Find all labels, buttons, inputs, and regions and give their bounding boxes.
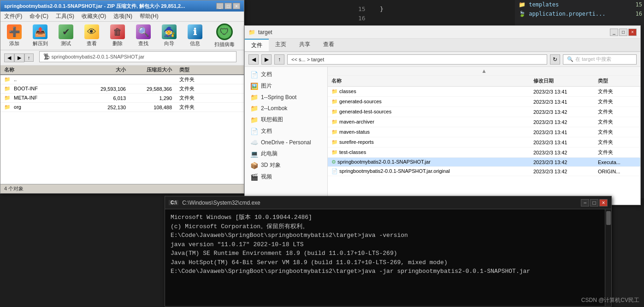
sidebar-item-pictures[interactable]: 🖼️ 图片 [245,80,327,92]
ide-right-line-templates: 📁 templates 15 [515,0,644,9]
winrar-minimize-button[interactable]: _ [216,3,224,9]
ribbon-tabs: 文件 主页 共享 查看 [245,39,640,52]
winrar-wizard-label: 向导 [164,40,174,47]
explorer-forward-button[interactable]: ▶ [261,54,272,65]
sidebar-label-video: 视频 [261,173,272,181]
winrar-extract-label: 解压到 [33,40,48,47]
winrar-extract-button[interactable]: 📤 解压到 [30,24,50,47]
list-item[interactable]: 📁 maven-archiver 2023/2/3 13:42 文件夹 [328,117,640,127]
sidebar-item-springboot[interactable]: 📁 1--Spring Boot [245,92,327,103]
sidebar-item-screenshot[interactable]: 📁 联想截图 [245,114,327,125]
winrar-close-button[interactable]: × [233,3,240,9]
list-item[interactable]: 📁 generated-sources 2023/2/3 13:41 文件夹 [328,97,640,107]
list-item[interactable]: 📁 test-classes 2023/2/3 13:42 文件夹 [328,148,640,158]
winrar-address-bar[interactable]: 🗜 springbootmybatis2-0.0.1-SNAPSHOT.jar [39,51,237,62]
winrar-col-name: 名称 [0,66,83,73]
explorer-window-controls: _ □ × [610,29,637,36]
winrar-menu-file[interactable]: 文件(F) [4,12,22,20]
cmd-scrollbar[interactable] [605,209,611,306]
row-name: 📁 META-INF [0,95,83,101]
search-placeholder: 在 target 中搜索 [575,56,611,63]
tab-share[interactable]: 共享 [293,39,317,51]
list-item[interactable]: 📁 surefire-reports 2023/2/3 13:41 文件夹 [328,137,640,148]
exp-col-name[interactable]: 名称 [328,77,530,84]
file-type: 文件夹 [594,98,640,105]
tab-view[interactable]: 查看 [317,39,341,51]
sidebar-item-lombok[interactable]: 📁 2--Lombok [245,103,327,114]
cmd-minimize-button[interactable]: − [581,199,589,207]
cmd-close-button[interactable]: × [599,199,608,207]
winrar-menu-options[interactable]: 选项(N) [113,12,132,20]
winrar-scan-button[interactable]: 🛡 扫描病毒 [211,24,238,48]
ide-code-line-2: 16 [358,14,510,23]
cmd-scrollbar-thumb[interactable] [606,211,611,225]
winrar-delete-button[interactable]: 🗑 删除 [107,24,128,47]
cmd-body[interactable]: Microsoft Windows [版本 10.0.19044.2486] (… [165,209,611,306]
winrar-up-button[interactable]: ↑ [24,53,34,62]
sort-arrow[interactable]: ▲ [328,67,640,76]
sidebar-item-3d[interactable]: 📦 3D 对象 [245,159,327,171]
screenshot-folder-icon: 📁 [250,116,258,124]
winrar-menu-command[interactable]: 命令(C) [30,12,48,20]
winrar-content: 📁 .. 文件夹 📁 BOOT-INF 29,593,106 29,588,36… [0,75,244,184]
folder-icon: 📁 [331,129,339,135]
winrar-forward-button[interactable]: ▶ [14,53,24,62]
list-item[interactable]: 📄 springbootmybatis2-0.0.1-SNAPSHOT.jar.… [328,167,640,176]
exp-col-date[interactable]: 修改日期 [530,77,594,84]
sidebar-item-thispc[interactable]: 💻 此电脑 [245,148,327,159]
file-name: 📁 maven-status [328,129,530,135]
winrar-menu-tools[interactable]: 工具(S) [56,12,74,20]
file-name: 📄 springbootmybatis2-0.0.1-SNAPSHOT.jar.… [328,168,530,174]
row-name: 📁 .. [0,77,83,83]
winrar-back-button[interactable]: ◀ [4,53,14,62]
winrar-toolbar: ➕ 添加 📤 解压到 ✔ 测试 👁 查看 🗑 删除 🔍 查找 🧙 向导 ℹ [0,22,244,50]
explorer-up-button[interactable]: ↑ [274,54,284,65]
list-item[interactable]: 📁 classes 2023/2/3 13:41 文件夹 [328,87,640,97]
winrar-test-button[interactable]: ✔ 测试 [56,24,76,47]
winrar-maximize-button[interactable]: □ [225,3,232,9]
explorer-maximize-button[interactable]: □ [619,29,627,36]
winrar-info-label: 信息 [190,40,200,47]
file-type: 文件夹 [594,129,640,136]
file-name: 📁 maven-archiver [328,119,530,125]
winrar-add-button[interactable]: ➕ 添加 [4,24,24,47]
winrar-view-button[interactable]: 👁 查看 [82,24,102,47]
folder-icon: 📁 [248,29,255,35]
explorer-back-button[interactable]: ◀ [248,54,259,65]
exp-col-type[interactable]: 类型 [594,77,640,84]
sidebar-label-onedrive: OneDrive - Personal [261,139,311,146]
cmd-maximize-button[interactable]: □ [590,199,598,207]
explorer-title-text: target [258,29,272,35]
winrar-menu-help[interactable]: 帮助(H) [140,12,159,20]
tab-file[interactable]: 文件 [245,39,269,51]
explorer-refresh-button[interactable]: ↻ [550,54,560,65]
explorer-search-bar[interactable]: 🔍 在 target 中搜索 [563,54,637,65]
table-row[interactable]: 📁 .. 文件夹 [0,75,244,84]
winrar-find-button[interactable]: 🔍 查找 [133,24,154,47]
table-row[interactable]: 📁 BOOT-INF 29,593,106 29,588,366 文件夹 [0,84,244,94]
sidebar-item-onedrive[interactable]: ☁️ OneDrive - Personal [245,137,327,148]
sidebar-item-video[interactable]: 🎬 视频 [245,171,327,183]
winrar-info-button[interactable]: ℹ 信息 [185,24,205,47]
explorer-close-button[interactable]: × [628,29,637,36]
table-row[interactable]: 📁 META-INF 6,013 1,290 文件夹 [0,94,244,103]
explorer-minimize-button[interactable]: _ [610,29,618,36]
sidebar-item-docs[interactable]: 📄 文档 [245,69,327,80]
cmd-line-4: E:\Code\Javaweb\SpringBoot\springbootmyb… [171,231,606,240]
file-name: 📁 generated-sources [328,99,530,105]
list-item[interactable]: ⚙ springbootmybatis2-0.0.1-SNAPSHOT.jar … [328,158,640,167]
list-item[interactable]: 📁 maven-status 2023/2/3 13:41 文件夹 [328,127,640,137]
cmd-window-controls: − □ × [581,199,608,207]
table-row[interactable]: 📁 org 252,130 108,488 文件夹 [0,103,244,112]
sidebar-item-docs2[interactable]: 📄 文档 [245,125,327,137]
winrar-wizard-button[interactable]: 🧙 向导 [159,24,179,47]
ide-right-line-appprops: 🍃 application.properti... 16 [515,9,644,18]
list-item[interactable]: 📁 generated-test-sources 2023/2/3 13:42 … [328,107,640,117]
file-date: 2023/2/3 13:41 [530,130,594,135]
refresh-icon[interactable]: ↻ [550,54,560,65]
file-type: 文件夹 [594,108,640,115]
file-date: 2023/2/3 13:42 [530,150,594,155]
explorer-address-bar[interactable]: << s... > target [287,54,547,65]
winrar-menu-favorites[interactable]: 收藏夹(O) [82,12,106,20]
tab-home[interactable]: 主页 [269,39,293,51]
